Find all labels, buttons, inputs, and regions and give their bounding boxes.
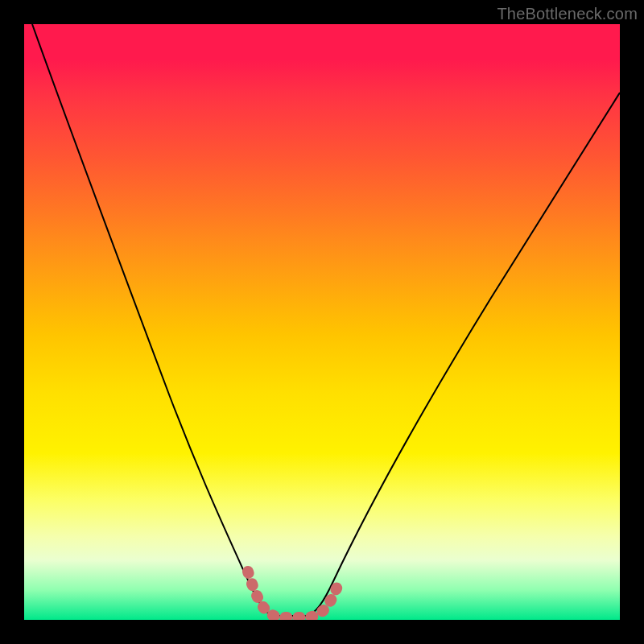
chart-frame: TheBottleneck.com [0,0,644,644]
plot-area [24,24,620,620]
curve-layer [24,24,620,620]
bottleneck-curve [32,24,620,616]
watermark-text: TheBottleneck.com [497,5,638,23]
